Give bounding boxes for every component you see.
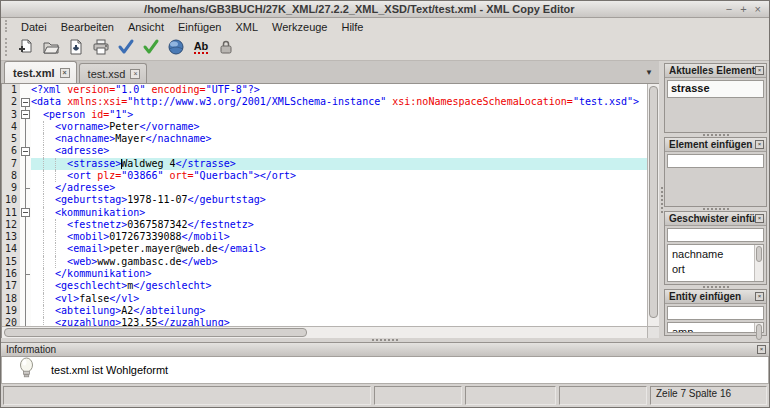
validate-dtd-icon[interactable] (114, 36, 138, 58)
editor-line[interactable]: 13 <mobil>017267339088</mobil> (2, 231, 647, 243)
indent-guide (43, 133, 44, 145)
editor-line[interactable]: 12 <festnetz>0367587342</festnetz> (2, 219, 647, 231)
close-panel-icon[interactable]: × (755, 66, 764, 75)
list-item[interactable]: nachname (668, 247, 754, 262)
panel-listbox[interactable]: ampapos (667, 322, 764, 333)
preview-browser-icon[interactable] (164, 36, 188, 58)
spellcheck-icon[interactable]: Ab (189, 36, 213, 58)
tab-test.xml[interactable]: test.xml× (4, 61, 77, 83)
close-tab-icon[interactable]: × (130, 69, 140, 79)
listbox-scrollbar-thumb[interactable] (756, 246, 762, 262)
editor-line[interactable]: 9 </adresse> (2, 182, 647, 194)
new-document-icon[interactable] (14, 36, 38, 58)
tab-label: test.xsd (88, 68, 126, 80)
syntax-tag: <geburtstag> (31, 194, 127, 205)
fold-marker-icon[interactable] (20, 207, 31, 219)
listbox-scrollbar[interactable] (754, 245, 763, 281)
menu-item[interactable]: Werkzeuge (265, 20, 334, 34)
syntax-val: "1" (109, 109, 127, 120)
fold-marker-icon[interactable] (20, 109, 31, 121)
editor-line[interactable]: 4 <vorname>Peter</vorname> (2, 121, 647, 133)
editor-line[interactable]: 2<data xmlns:xsi="http://www.w3.org/2001… (2, 96, 647, 108)
fold-marker-icon[interactable] (20, 145, 31, 157)
fold-marker-icon[interactable] (20, 96, 31, 108)
editor-line[interactable]: 11 <kommunikation> (2, 207, 647, 219)
editor-line[interactable]: 16 </kommunikation> (2, 268, 647, 280)
menu-item[interactable]: Datei (14, 20, 54, 34)
editor-line[interactable]: 20 <zuzahlung>123.55</zuzahlung> (2, 317, 647, 326)
fold-marker-icon (20, 317, 31, 326)
editor-line[interactable]: 1<?xml version="1.0" encoding="UTF-8"?> (2, 84, 647, 96)
indent-guide (43, 243, 44, 255)
listbox-scrollbar-thumb[interactable] (756, 324, 762, 340)
close-panel-icon[interactable]: × (755, 214, 764, 223)
horizontal-scrollbar[interactable] (2, 327, 647, 338)
validate-schema-icon[interactable] (139, 36, 163, 58)
tab-test.xsd[interactable]: test.xsd× (79, 63, 148, 83)
syntax-txt: 017267339088 (109, 231, 181, 242)
code-text: <kommunikation> (31, 207, 647, 219)
syntax-tag: <ort (31, 170, 97, 181)
close-panel-icon[interactable]: × (755, 140, 764, 149)
open-folder-icon[interactable] (39, 36, 63, 58)
list-item[interactable]: ort (668, 262, 754, 277)
tab-label: test.xml (13, 67, 55, 79)
lock-tags-icon[interactable] (214, 36, 238, 58)
syntax-txt: www.gambasc.de (97, 256, 181, 267)
horizontal-scrollbar-thumb[interactable] (4, 328, 307, 337)
menu-item[interactable]: Ansicht (121, 20, 171, 34)
syntax-attr: plz= (97, 170, 121, 181)
status-cell (559, 386, 647, 405)
menu-item[interactable]: Hilfe (334, 20, 370, 34)
editor-line[interactable]: 10 <geburtstag>1978-11-07</geburtstag> (2, 194, 647, 206)
close-tab-icon[interactable]: × (60, 68, 70, 78)
vertical-scrollbar[interactable] (647, 84, 659, 326)
line-number: 20 (2, 317, 20, 326)
editor-line[interactable]: 15 <web>www.gambasc.de</web> (2, 256, 647, 268)
syntax-tag: <festnetz> (31, 219, 127, 230)
editor-line[interactable]: 19 <abteilung>A2</abteilung> (2, 305, 647, 317)
maximize-button[interactable]: + (740, 4, 746, 15)
editor-line[interactable]: 7 <strasse>Waldweg 4</strasse> (2, 158, 647, 170)
editor-line[interactable]: 3 <person id="1"> (2, 109, 647, 121)
syntax-txt: Waldweg 4 (121, 158, 175, 169)
panel-header: Geschwister einfüg...× (665, 212, 766, 226)
print-icon[interactable] (89, 36, 113, 58)
close-information-panel-icon[interactable]: × (757, 345, 766, 354)
xml-editor[interactable]: 1<?xml version="1.0" encoding="UTF-8"?>2… (1, 84, 659, 338)
toolbar-grip-handle[interactable] (5, 38, 10, 56)
editor-line[interactable]: 5 <nachname>Mayer</nachname> (2, 133, 647, 145)
editor-line[interactable]: 18 <vl>false</vl> (2, 293, 647, 305)
menubar-grip-handle[interactable] (5, 20, 10, 32)
indent-guide (43, 280, 44, 292)
tab-list-dropdown-icon[interactable]: ▼ (645, 68, 659, 83)
editor-line[interactable]: 6 <adresse> (2, 145, 647, 157)
syntax-txt: 1978-11-07 (127, 194, 187, 205)
vertical-scrollbar-thumb[interactable] (649, 86, 658, 318)
close-button[interactable]: × (755, 4, 761, 15)
list-item[interactable]: amp (668, 325, 754, 332)
syntax-tag: ></ort> (254, 170, 296, 181)
editor-line[interactable]: 8 <ort plz="03866" ort="Querbach"></ort> (2, 170, 647, 182)
menu-item[interactable]: Bearbeiten (54, 20, 121, 34)
information-panel-title: Information (6, 344, 757, 355)
close-panel-icon[interactable]: × (755, 292, 764, 301)
panel-listbox[interactable]: nachnameort (667, 244, 764, 282)
panel-input[interactable] (667, 228, 764, 242)
panel-input[interactable] (667, 306, 764, 320)
menu-item[interactable]: Einfügen (171, 20, 228, 34)
scrollbar-corner (647, 327, 659, 338)
editor-line[interactable]: 17 <geschlecht>m</geschlecht> (2, 280, 647, 292)
line-number: 4 (2, 121, 20, 133)
editor-line[interactable]: 14 <email>peter.mayer@web.de</email> (2, 243, 647, 255)
line-number: 7 (2, 158, 20, 170)
line-number: 2 (2, 96, 20, 108)
indent-guide (55, 243, 56, 255)
panel-input[interactable] (667, 154, 764, 168)
menu-item[interactable]: XML (228, 20, 265, 34)
save-icon[interactable] (64, 36, 88, 58)
minimize-button[interactable]: − (726, 4, 732, 15)
toolbar: Ab (1, 34, 769, 61)
listbox-scrollbar[interactable] (754, 323, 763, 332)
syntax-tag: ?> (248, 84, 260, 95)
